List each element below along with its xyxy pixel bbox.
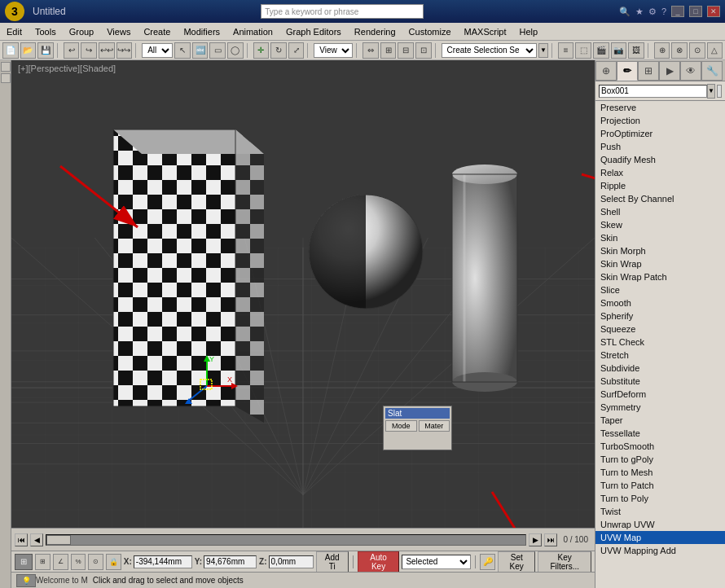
circle-select-button[interactable]: ◯: [227, 42, 244, 59]
prev-frame-button[interactable]: ◀: [30, 533, 43, 546]
modifier-item-stretch[interactable]: Stretch: [595, 349, 725, 362]
modifier-item-skew[interactable]: Skew: [595, 218, 725, 231]
slat-mode-button[interactable]: Mode: [385, 420, 417, 432]
angle-snap-button[interactable]: ∠: [53, 554, 68, 570]
render3-button[interactable]: 🖼: [628, 42, 644, 59]
menu-group[interactable]: Group: [63, 23, 101, 40]
restore-button[interactable]: □: [689, 6, 702, 17]
settings-icon[interactable]: ⚙: [648, 7, 657, 17]
viewport-icon[interactable]: ⊞: [15, 554, 33, 570]
add-time-button[interactable]: Add Ti: [316, 551, 349, 573]
modifier-item-spherify[interactable]: Spherify: [595, 309, 725, 323]
user-icon[interactable]: ★: [635, 7, 644, 17]
menu-rendering[interactable]: Rendering: [348, 23, 402, 40]
slat-mater-button[interactable]: Mater: [419, 420, 450, 432]
modifier-item-taper[interactable]: Taper: [595, 414, 725, 427]
modifier-item-unwrap-uvw[interactable]: Unwrap UVW: [595, 518, 725, 531]
modifier-item-turn-to-mesh[interactable]: Turn to Mesh: [595, 466, 725, 479]
undo-scene-button[interactable]: ↩↩: [99, 42, 115, 59]
modifier-item-relax[interactable]: Relax: [595, 166, 725, 179]
align3-button[interactable]: ⊡: [415, 42, 432, 59]
menu-graph-editors[interactable]: Graph Editors: [279, 23, 348, 40]
x-input[interactable]: [134, 555, 192, 568]
selection-filter-select[interactable]: All: [142, 43, 173, 58]
modifier-item-quadify-mesh[interactable]: Quadify Mesh: [595, 153, 725, 166]
object-name-input[interactable]: [599, 85, 707, 98]
set-key-button[interactable]: Set Key: [498, 551, 535, 573]
key-icon[interactable]: 🔑: [480, 554, 495, 570]
redo-scene-button[interactable]: ↪↪: [116, 42, 133, 59]
named-sets-button[interactable]: ≡: [558, 42, 574, 59]
percent-snap-button[interactable]: %: [71, 554, 86, 570]
modifier-item-shell[interactable]: Shell: [595, 205, 725, 218]
modifier-item-turn-to-gpoly[interactable]: Turn to gPoly: [595, 453, 725, 466]
menu-create[interactable]: Create: [137, 23, 177, 40]
menu-modifiers[interactable]: Modifiers: [177, 23, 226, 40]
modifier-list[interactable]: PreserveProjectionProOptimizerPushQuadif…: [595, 101, 725, 588]
modifier-item-smooth[interactable]: Smooth: [595, 296, 725, 309]
extra2-button[interactable]: ⊗: [671, 42, 688, 59]
create-selection-select[interactable]: Create Selection Se: [442, 43, 537, 58]
timeline-thumb[interactable]: [46, 535, 71, 545]
tab-utilities[interactable]: 🔧: [701, 61, 723, 81]
new-file-button[interactable]: 📄: [2, 42, 19, 59]
next-frame-button[interactable]: ▶: [529, 533, 542, 546]
extra1-button[interactable]: ⊕: [654, 42, 670, 59]
auto-key-button[interactable]: Auto Key: [358, 551, 400, 573]
tab-hierarchy[interactable]: ⊞: [638, 61, 659, 81]
modifier-item-twist[interactable]: Twist: [595, 505, 725, 518]
lock-button[interactable]: 🔒: [106, 554, 121, 570]
tab-display[interactable]: 👁: [680, 61, 701, 81]
selected-select[interactable]: Selected: [402, 555, 471, 569]
question-icon[interactable]: ?: [661, 7, 666, 16]
panel-name-dropdown[interactable]: ▼: [707, 84, 715, 99]
sidebar-btn2[interactable]: [1, 73, 11, 83]
modifier-item-symmetry[interactable]: Symmetry: [595, 401, 725, 414]
modifier-item-preserve[interactable]: Preserve: [595, 101, 725, 114]
key-filters-button[interactable]: Key Filters...: [538, 551, 591, 573]
search-box[interactable]: Type a keyword or phrase: [261, 4, 424, 19]
last-frame-button[interactable]: ⏭: [544, 533, 557, 546]
spinner-snap-button[interactable]: ⊙: [88, 554, 103, 570]
object-color-swatch[interactable]: [717, 85, 722, 98]
extra3-button[interactable]: ⊙: [689, 42, 705, 59]
tab-motion[interactable]: ▶: [659, 61, 680, 81]
render-button[interactable]: 🎬: [593, 42, 609, 59]
modifier-item-tessellate[interactable]: Tessellate: [595, 427, 725, 440]
layer-button[interactable]: ⬚: [575, 42, 591, 59]
align-button[interactable]: ⊞: [380, 42, 397, 59]
modifier-item-uvw-map[interactable]: UVW Map: [595, 531, 725, 544]
modifier-item-turn-to-poly[interactable]: Turn to Poly: [595, 492, 725, 505]
viewport[interactable]: [+][Perspective][Shaded]: [11, 60, 595, 528]
view-select[interactable]: View: [314, 43, 353, 58]
scale-button[interactable]: ⤢: [288, 42, 305, 59]
modifier-item-ripple[interactable]: Ripple: [595, 179, 725, 192]
menu-help[interactable]: Help: [513, 23, 545, 40]
create-selection-dropdown[interactable]: ▼: [538, 43, 548, 58]
modifier-item-stl-check[interactable]: STL Check: [595, 336, 725, 349]
modifier-item-skin[interactable]: Skin: [595, 231, 725, 244]
modifier-item-turbosmooth[interactable]: TurboSmooth: [595, 440, 725, 453]
move-button[interactable]: ✛: [253, 42, 270, 59]
modifier-item-surfdeform[interactable]: SurfDeform: [595, 388, 725, 401]
modifier-item-projection[interactable]: Projection: [595, 114, 725, 127]
modifier-item-skin-wrap[interactable]: Skin Wrap: [595, 257, 725, 270]
align2-button[interactable]: ⊟: [398, 42, 414, 59]
menu-tools[interactable]: Tools: [29, 23, 63, 40]
save-button[interactable]: 💾: [37, 42, 54, 59]
redo-button[interactable]: ↪: [81, 42, 97, 59]
menu-views[interactable]: Views: [100, 23, 137, 40]
y-input[interactable]: [204, 555, 257, 568]
modifier-item-prooptimizer[interactable]: ProOptimizer: [595, 127, 725, 140]
mirror-button[interactable]: ⇔: [362, 42, 379, 59]
menu-maxscript[interactable]: MAXScript: [458, 23, 513, 40]
modifier-item-skin-wrap-patch[interactable]: Skin Wrap Patch: [595, 270, 725, 283]
modifier-item-skin-morph[interactable]: Skin Morph: [595, 244, 725, 257]
undo-button[interactable]: ↩: [64, 42, 80, 59]
minimize-button[interactable]: _: [671, 6, 684, 17]
menu-edit[interactable]: Edit: [0, 23, 29, 40]
modifier-item-subdivide[interactable]: Subdivide: [595, 362, 725, 375]
help-icon[interactable]: 🔍: [619, 7, 631, 17]
modifier-item-select-by-channel[interactable]: Select By Channel: [595, 192, 725, 205]
sidebar-btn1[interactable]: [1, 62, 11, 72]
